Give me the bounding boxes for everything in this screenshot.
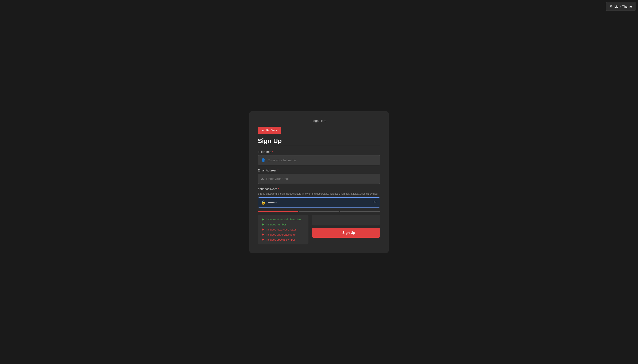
arrow-left-icon: ←	[262, 129, 265, 132]
page-title: Sign Up	[258, 137, 380, 144]
logo-area: Logo Here	[258, 119, 380, 122]
password-input[interactable]	[268, 200, 372, 204]
email-input[interactable]	[266, 177, 377, 180]
toggle-password-visibility-button[interactable]: 👁	[373, 200, 377, 204]
checklist-item-label-3: Includes lowercase letter	[266, 228, 296, 231]
password-hint: Strong password should include letters i…	[258, 192, 380, 195]
email-required: *	[277, 169, 278, 172]
signup-card: Logo Here ← Go Back Sign Up Full Name* 👤…	[249, 111, 389, 253]
list-item: ✚ Includes at least 6 characters	[262, 218, 305, 221]
password-label: Your password*	[258, 187, 380, 191]
password-required: *	[278, 187, 279, 191]
title-divider	[258, 146, 380, 146]
checklist-item-label-2: Includes number	[266, 223, 286, 226]
check-icon-1: ✚	[262, 218, 264, 221]
strength-segment-3	[340, 211, 380, 212]
list-item: ✚ Includes uppercase letter	[262, 233, 305, 236]
list-item: ✚ Includes special symbol	[262, 238, 305, 242]
person-icon: 👤	[261, 158, 266, 162]
strength-segment-1	[258, 211, 298, 212]
eye-icon: 👁	[373, 200, 377, 204]
signup-button[interactable]: → Sign Up	[312, 228, 380, 238]
strength-segment-2	[299, 211, 339, 212]
lock-icon: 🔒	[261, 200, 266, 205]
full-name-input[interactable]	[268, 158, 377, 162]
signup-button-label: Sign Up	[342, 231, 355, 235]
check-icon-4: ✚	[262, 233, 264, 236]
password-input-wrapper: 🔒 👁	[258, 198, 380, 208]
bottom-area: ✚ Includes at least 6 characters ✚ Inclu…	[258, 215, 380, 244]
check-icon-2: ✚	[262, 223, 264, 226]
theme-toggle-button[interactable]: ⚙ Light Theme	[606, 2, 636, 11]
page-wrapper: Logo Here ← Go Back Sign Up Full Name* 👤…	[0, 0, 638, 364]
logo-text: Logo Here	[312, 119, 326, 122]
login-icon: →	[337, 231, 340, 235]
password-checklist: ✚ Includes at least 6 characters ✚ Inclu…	[258, 215, 308, 244]
check-icon-3: ✚	[262, 228, 264, 231]
checklist-item-label-1: Includes at least 6 characters	[266, 218, 301, 221]
email-input-wrapper: ✉	[258, 174, 380, 184]
signup-area: → Sign Up	[312, 215, 380, 238]
email-label: Email Address*	[258, 169, 380, 172]
full-name-required: *	[272, 150, 273, 154]
list-item: ✚ Includes lowercase letter	[262, 228, 305, 231]
theme-button-label: Light Theme	[614, 5, 632, 8]
check-icon-5: ✚	[262, 238, 264, 242]
full-name-input-wrapper: 👤	[258, 155, 380, 165]
email-icon: ✉	[261, 176, 264, 181]
gear-icon: ⚙	[610, 4, 613, 8]
full-name-label: Full Name*	[258, 150, 380, 154]
checklist-item-label-4: Includes uppercase letter	[266, 233, 296, 236]
go-back-button[interactable]: ← Go Back	[258, 127, 281, 134]
checklist-item-label-5: Includes special symbol	[266, 238, 295, 241]
extra-placeholder-box	[312, 215, 380, 226]
go-back-label: Go Back	[266, 129, 277, 132]
list-item: ✚ Includes number	[262, 223, 305, 226]
password-strength-bar	[258, 211, 380, 212]
